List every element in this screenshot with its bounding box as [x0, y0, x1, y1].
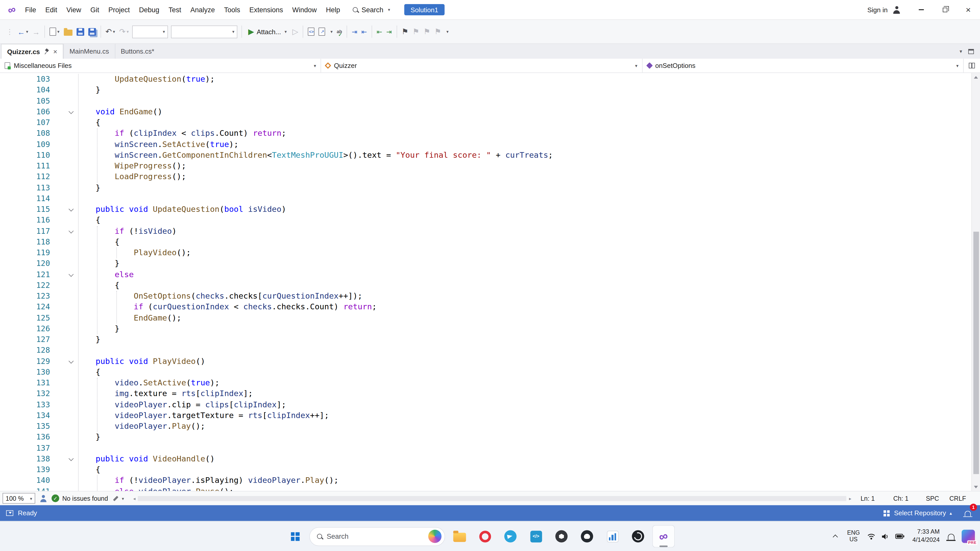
menu-window[interactable]: Window [288, 0, 321, 20]
fold-margin[interactable] [50, 237, 76, 247]
glyph-margin[interactable] [0, 85, 10, 95]
code-line-128[interactable]: 128 [0, 345, 971, 356]
cursor-forward-button[interactable]: ⇥ [350, 24, 360, 39]
bookmark-next-button[interactable]: ⚑ [422, 24, 433, 39]
fold-margin[interactable] [50, 215, 76, 225]
tab-quizzer-cs[interactable]: Quizzer.cs× [1, 44, 63, 59]
fold-margin[interactable] [50, 410, 76, 421]
wifi-icon[interactable] [865, 533, 877, 540]
bookmark-prev-button[interactable]: ⚑ [410, 24, 422, 39]
glyph-margin[interactable] [0, 486, 10, 491]
code-line-110[interactable]: 110 winScreen.GetComponentInChildren<Tex… [0, 150, 971, 160]
code-line-114[interactable]: 114 [0, 193, 971, 204]
volume-icon[interactable] [879, 533, 891, 540]
taskbar-telegram[interactable] [499, 525, 522, 548]
glyph-margin[interactable] [0, 161, 10, 171]
view-designer-button[interactable] [317, 24, 327, 39]
code-line-119[interactable]: 119 PlayVideo(); [0, 248, 971, 258]
menu-tools[interactable]: Tools [220, 0, 245, 20]
taskbar-file-explorer[interactable] [448, 525, 471, 548]
code-line-109[interactable]: 109 winScreen.SetActive(true); [0, 139, 971, 150]
fold-margin[interactable] [50, 204, 76, 215]
glyph-margin[interactable] [0, 128, 10, 139]
background-tasks-icon[interactable] [6, 510, 13, 516]
fold-margin[interactable] [50, 226, 76, 237]
code-line-130[interactable]: 130 { [0, 367, 971, 378]
code-line-103[interactable]: 103 UpdateQuestion(true); [0, 74, 971, 85]
tab-list-chevron-icon[interactable]: ▾ [959, 49, 962, 54]
cursor-back-button[interactable]: ⇤ [360, 24, 369, 39]
code-line-107[interactable]: 107 { [0, 118, 971, 128]
column-indicator[interactable]: Ch: 1 [893, 495, 926, 502]
menu-git[interactable]: Git [86, 0, 104, 20]
solution-badge[interactable]: Solution1 [404, 4, 444, 15]
code-line-116[interactable]: 116 { [0, 215, 971, 225]
fold-margin[interactable] [50, 454, 76, 464]
menu-view[interactable]: View [62, 0, 86, 20]
save-all-button[interactable] [86, 24, 98, 39]
bookmark-toggle-button[interactable]: ⚑ [399, 24, 410, 39]
fold-margin[interactable] [50, 85, 76, 95]
fold-margin[interactable] [50, 432, 76, 443]
notification-center-bell-icon[interactable] [948, 534, 955, 540]
glyph-margin[interactable] [0, 410, 10, 421]
clock[interactable]: 7:33 AM 4/14/2024 [908, 528, 944, 544]
glyph-margin[interactable] [0, 378, 10, 388]
glyph-margin[interactable] [0, 356, 10, 367]
fold-margin[interactable] [50, 367, 76, 378]
taskbar-visual-studio[interactable]: ∞ [652, 525, 675, 548]
vertical-scrollbar[interactable] [971, 73, 980, 491]
fold-margin[interactable] [50, 269, 76, 280]
tab-buttons-cs[interactable]: Buttons.cs* [115, 44, 160, 59]
taskbar-obs-studio[interactable] [627, 525, 649, 548]
fold-margin[interactable] [50, 183, 76, 193]
notifications-button[interactable]: 1 [964, 509, 974, 518]
user-avatar-icon[interactable] [893, 6, 900, 14]
pin-icon[interactable] [44, 49, 50, 55]
taskbar-github-desktop[interactable] [576, 525, 598, 548]
code-line-131[interactable]: 131 video.SetActive(true); [0, 378, 971, 388]
glyph-margin[interactable] [0, 323, 10, 334]
code-line-115[interactable]: 115 public void UpdateQuestion(bool isVi… [0, 204, 971, 215]
code-editor[interactable]: 103 UpdateQuestion(true);104 }105106 voi… [0, 73, 980, 491]
fold-chevron-icon[interactable] [68, 109, 73, 114]
code-line-129[interactable]: 129 public void PlayVideo() [0, 356, 971, 367]
code-line-120[interactable]: 120 } [0, 258, 971, 269]
fold-margin[interactable] [50, 356, 76, 367]
navigate-back-button[interactable]: ←▾ [15, 24, 30, 39]
code-line-134[interactable]: 134 videoPlayer.targetTexture = rts[clip… [0, 410, 971, 421]
code-line-136[interactable]: 136 } [0, 432, 971, 443]
glyph-margin[interactable] [0, 399, 10, 410]
redo-button[interactable]: ↷▾ [117, 24, 131, 39]
glyph-margin[interactable] [0, 248, 10, 258]
code-line-132[interactable]: 132 img.texture = rts[clipIndex]; [0, 388, 971, 399]
select-repository-button[interactable]: Select Repository [894, 510, 946, 517]
glyph-margin[interactable] [0, 388, 10, 399]
save-button[interactable] [74, 24, 86, 39]
taskbar-vscode[interactable]: </> [525, 525, 547, 548]
glyph-margin[interactable] [0, 193, 10, 204]
designer-options-chevron[interactable]: ▾ [327, 24, 335, 39]
code-line-138[interactable]: 138 public void VideoHandle() [0, 454, 971, 464]
fold-margin[interactable] [50, 128, 76, 139]
glyph-margin[interactable] [0, 269, 10, 280]
fold-margin[interactable] [50, 399, 76, 410]
bookmark-clear-button[interactable]: ⚑ [433, 24, 444, 39]
scrollbar-thumb[interactable] [973, 232, 979, 474]
glyph-margin[interactable] [0, 475, 10, 486]
code-health-icon[interactable] [40, 495, 47, 502]
code-line-117[interactable]: 117 if (!isVideo) [0, 226, 971, 237]
code-line-141[interactable]: 141 else videoPlayer.Pause(); [0, 486, 971, 491]
taskbar-opera-browser[interactable] [474, 525, 496, 548]
scroll-up-arrow[interactable] [972, 73, 980, 81]
code-cleanup-button[interactable]: ▾ [113, 495, 124, 502]
menu-help[interactable]: Help [321, 0, 345, 20]
language-indicator[interactable]: ENG US [844, 530, 863, 543]
glyph-margin[interactable] [0, 291, 10, 302]
indent-increase-button[interactable]: ⇥ [384, 24, 394, 39]
code-line-140[interactable]: 140 if (!videoPlayer.isPlaying) videoPla… [0, 475, 971, 486]
fold-margin[interactable] [50, 161, 76, 171]
fold-margin[interactable] [50, 106, 76, 117]
fold-margin[interactable] [50, 171, 76, 182]
toolbar-grip[interactable]: ⋮ [4, 27, 15, 36]
